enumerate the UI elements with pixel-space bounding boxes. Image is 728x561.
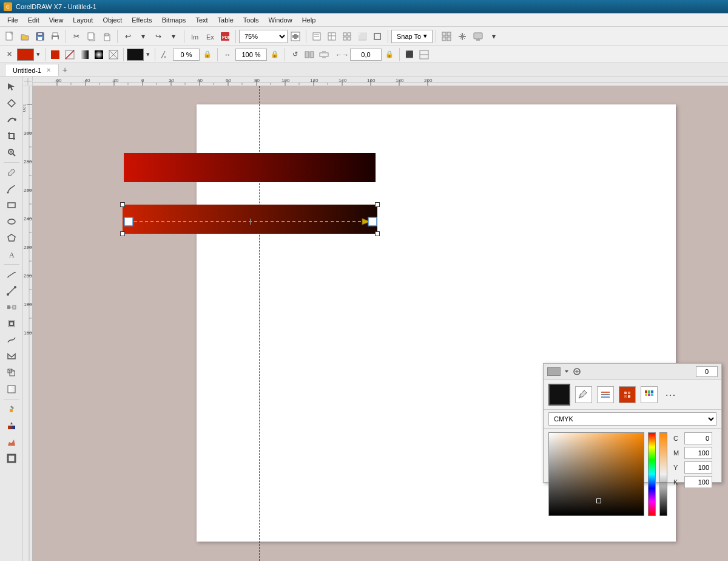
new-button[interactable] <box>2 29 17 44</box>
menu-object[interactable]: Object <box>98 15 127 25</box>
tool-blend[interactable] <box>2 299 21 315</box>
tool-outline[interactable] <box>2 450 21 466</box>
sel-corner-tr[interactable] <box>375 202 380 207</box>
cp-top-arrow[interactable] <box>563 368 570 375</box>
tab-close-icon[interactable]: ✕ <box>46 67 51 73</box>
tool-zoom[interactable] <box>2 144 21 160</box>
tool-shape[interactable] <box>2 95 21 111</box>
theme-button[interactable] <box>455 29 470 44</box>
menu-file[interactable]: File <box>2 15 23 25</box>
print-button[interactable] <box>48 29 62 44</box>
tool-smear[interactable] <box>2 112 21 127</box>
cp-palette-button[interactable] <box>619 386 636 403</box>
cp-eyedropper-button[interactable] <box>575 386 592 403</box>
tool-distort[interactable] <box>2 332 21 348</box>
undo-arrow[interactable]: ▾ <box>136 29 150 44</box>
tool-select[interactable] <box>2 79 21 95</box>
cp-value-input[interactable] <box>696 366 718 377</box>
redo-arrow[interactable]: ▾ <box>166 29 181 44</box>
cp-mixer-button[interactable] <box>597 386 614 403</box>
view-outline-button[interactable]: ⬜ <box>355 29 369 44</box>
cp-m-input[interactable] <box>684 447 712 459</box>
tab-untitled1[interactable]: Untitled-1 ✕ <box>5 64 59 76</box>
menu-text[interactable]: Text <box>190 15 212 25</box>
zoom-select[interactable]: 75% 50% 100% 200% <box>239 30 288 43</box>
cp-model-select[interactable]: CMYK RGB HSB Lab Grayscale <box>548 412 716 426</box>
outline-dropdown-arrow[interactable]: ▾ <box>144 48 152 61</box>
contour-button[interactable] <box>158 48 172 61</box>
view-page-button[interactable] <box>309 29 324 44</box>
x-position-input[interactable] <box>350 49 382 61</box>
tool-contour[interactable] <box>2 316 21 332</box>
undo-button[interactable]: ↩ <box>121 29 135 44</box>
menu-view[interactable]: View <box>44 15 69 25</box>
tool-interactive-fill[interactable] <box>2 418 21 433</box>
flip-h-button[interactable]: ↔ <box>221 48 234 61</box>
tool-freehand[interactable] <box>2 181 21 197</box>
gradient-bar1[interactable] <box>124 153 376 182</box>
zoom-plus-button[interactable] <box>288 29 303 44</box>
view-options-button[interactable] <box>439 29 454 44</box>
fill-type-uniform[interactable] <box>49 48 62 61</box>
view-table-button[interactable] <box>325 29 339 44</box>
cp-c-input[interactable] <box>684 432 712 444</box>
snap-to-button[interactable]: Snap To ▾ <box>391 30 433 43</box>
position-lock-button[interactable]: 🔒 <box>383 48 396 61</box>
cp-more-button[interactable]: ··· <box>662 386 679 403</box>
import-button[interactable]: Im <box>187 29 202 44</box>
copy-button[interactable] <box>84 29 99 44</box>
angle-lock-button[interactable]: 🔒 <box>201 48 214 61</box>
tool-eyedropper[interactable] <box>2 165 21 180</box>
menu-effects[interactable]: Effects <box>127 15 157 25</box>
tool-transparency[interactable] <box>2 381 21 397</box>
tool-crop[interactable] <box>2 128 21 144</box>
menu-window[interactable]: Window <box>264 15 297 25</box>
reverse-button[interactable]: ↺ <box>288 48 302 61</box>
tool-smart-fill[interactable] <box>2 434 21 450</box>
cp-alpha-bar[interactable] <box>659 432 667 516</box>
tool-polygon[interactable] <box>2 230 21 246</box>
spread2-button[interactable] <box>417 48 431 61</box>
mirror-h-button[interactable]: ⬛ <box>403 48 416 61</box>
pdf-button[interactable]: PDF <box>218 29 232 44</box>
menu-bitmaps[interactable]: Bitmaps <box>157 15 191 25</box>
menu-help[interactable]: Help <box>297 15 321 25</box>
display-arrow-button[interactable]: ▾ <box>487 29 501 44</box>
add-tab-button[interactable]: + <box>59 64 71 76</box>
cp-top-icon1[interactable] <box>573 367 581 376</box>
spread-button[interactable] <box>317 48 331 61</box>
view-grid-button[interactable] <box>340 29 354 44</box>
menu-tools[interactable]: Tools <box>238 15 264 25</box>
cp-saturation-box[interactable] <box>548 432 644 516</box>
scale-input[interactable] <box>235 49 267 61</box>
outline-color-swatch[interactable] <box>127 49 144 61</box>
fill-type-linear[interactable] <box>78 48 91 61</box>
view-frame-button[interactable] <box>370 29 385 44</box>
tool-envelope[interactable] <box>2 348 21 364</box>
fill-type-pattern[interactable] <box>107 48 120 61</box>
fill-type-radial[interactable] <box>92 48 106 61</box>
open-button[interactable] <box>18 29 32 44</box>
save-button[interactable] <box>33 29 47 44</box>
cp-hue-bar[interactable] <box>648 432 656 516</box>
fill-dropdown-arrow[interactable]: ▾ <box>35 48 42 61</box>
redo-button[interactable]: ↪ <box>151 29 166 44</box>
paste-button[interactable] <box>99 29 114 44</box>
cp-k-input[interactable] <box>684 476 712 488</box>
tool-extrude[interactable] <box>2 365 21 381</box>
angle-input[interactable] <box>173 49 200 61</box>
cp-small-swatch[interactable] <box>547 367 561 376</box>
cp-main-swatch[interactable] <box>548 384 570 406</box>
cp-y-input[interactable] <box>684 461 712 474</box>
tool-parallel-dimension[interactable] <box>2 267 21 282</box>
no-fill-button[interactable]: ✕ <box>2 48 16 61</box>
sel-corner-tl[interactable] <box>120 202 125 207</box>
cp-harmony-button[interactable] <box>641 386 658 403</box>
display-button[interactable] <box>471 29 485 44</box>
tool-ellipse[interactable] <box>2 214 21 229</box>
scale-lock-button[interactable]: 🔒 <box>268 48 281 61</box>
gradient-bar2[interactable] <box>123 205 377 234</box>
cut-button[interactable]: ✂ <box>69 29 84 44</box>
sel-corner-bl[interactable] <box>120 231 125 236</box>
tool-color-eyedropper[interactable] <box>2 401 21 417</box>
